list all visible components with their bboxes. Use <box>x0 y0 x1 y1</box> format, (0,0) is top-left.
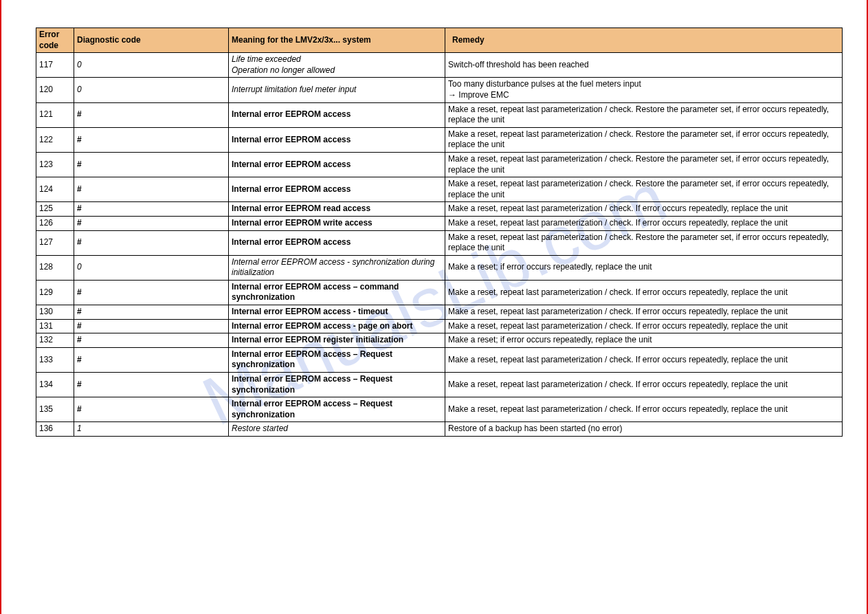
cell-diagnostic-code: # <box>74 202 229 217</box>
table-row: 1361Restore startedRestore of a backup h… <box>36 422 843 437</box>
cell-error-code: 131 <box>36 319 74 333</box>
cell-remedy: Make a reset, repeat last parameterizati… <box>445 397 843 422</box>
cell-diagnostic-code: # <box>74 397 229 422</box>
cell-remedy: Make a reset, repeat last parameterizati… <box>445 230 843 255</box>
header-meaning: Meaning for the LMV2x/3x... system <box>229 28 445 53</box>
cell-diagnostic-code: 1 <box>74 422 229 437</box>
cell-remedy: Make a reset; if error occurs repeatedly… <box>445 333 843 348</box>
cell-meaning: Internal error EEPROM access - timeout <box>229 305 445 320</box>
cell-error-code: 121 <box>36 102 74 127</box>
cell-error-code: 135 <box>36 397 74 422</box>
cell-meaning: Internal error EEPROM access – command s… <box>229 280 445 305</box>
meaning-line: Internal error EEPROM write access <box>232 218 442 229</box>
header-diagnostic-code: Diagnostic code <box>74 28 229 53</box>
cell-meaning: Internal error EEPROM access – Request s… <box>229 397 445 422</box>
cell-error-code: 120 <box>36 78 74 102</box>
cell-error-code: 125 <box>36 202 74 217</box>
meaning-line: Restore started <box>232 424 442 435</box>
cell-diagnostic-code: # <box>74 152 229 177</box>
table-row: 124#Internal error EEPROM accessMake a r… <box>36 177 843 202</box>
cell-remedy: Make a reset, repeat last parameterizati… <box>445 216 843 230</box>
meaning-line: Internal error EEPROM access <box>232 184 442 195</box>
cell-meaning: Life time exceededOperation no longer al… <box>229 53 445 78</box>
cell-meaning: Internal error EEPROM access – Request s… <box>229 347 445 372</box>
table-row: 122#Internal error EEPROM accessMake a r… <box>36 127 843 152</box>
cell-remedy: Make a reset, repeat last parameterizati… <box>445 305 843 320</box>
cell-diagnostic-code: 0 <box>74 255 229 280</box>
header-error-code: Error code <box>36 28 74 53</box>
table-row: 127#Internal error EEPROM accessMake a r… <box>36 230 843 255</box>
table-row: 1170Life time exceededOperation no longe… <box>36 53 843 78</box>
meaning-line: Internal error EEPROM access – Request s… <box>232 374 442 395</box>
cell-meaning: Internal error EEPROM access – Request s… <box>229 373 445 397</box>
header-remedy: Remedy <box>445 28 843 53</box>
cell-meaning: Internal error EEPROM access <box>229 127 445 152</box>
table-row: 1200Interrupt limitation fuel meter inpu… <box>36 78 843 102</box>
meaning-line: Internal error EEPROM access - timeout <box>232 307 442 318</box>
cell-meaning: Internal error EEPROM access <box>229 230 445 255</box>
cell-error-code: 123 <box>36 152 74 177</box>
meaning-line: Interrupt limitation fuel meter input <box>232 85 442 96</box>
cell-error-code: 134 <box>36 373 74 397</box>
cell-meaning: Internal error EEPROM access <box>229 177 445 202</box>
cell-error-code: 129 <box>36 280 74 305</box>
table-header-row: Error code Diagnostic code Meaning for t… <box>36 28 843 53</box>
cell-error-code: 117 <box>36 53 74 78</box>
meaning-line: Internal error EEPROM register initializ… <box>232 335 442 346</box>
cell-error-code: 127 <box>36 230 74 255</box>
cell-error-code: 136 <box>36 422 74 437</box>
table-row: 133#Internal error EEPROM access – Reque… <box>36 347 843 372</box>
cell-diagnostic-code: # <box>74 127 229 152</box>
document-page: ManualsLib.com Error code Diagnostic cod… <box>0 0 868 614</box>
meaning-line: Internal error EEPROM access <box>232 160 442 171</box>
cell-error-code: 130 <box>36 305 74 320</box>
cell-error-code: 122 <box>36 127 74 152</box>
table-row: 131#Internal error EEPROM access - page … <box>36 319 843 333</box>
cell-meaning: Internal error EEPROM access - page on a… <box>229 319 445 333</box>
cell-diagnostic-code: # <box>74 305 229 320</box>
cell-diagnostic-code: # <box>74 333 229 348</box>
table-row: 130#Internal error EEPROM access - timeo… <box>36 305 843 320</box>
meaning-line: Operation no longer allowed <box>232 65 442 76</box>
cell-diagnostic-code: # <box>74 177 229 202</box>
cell-remedy: Make a reset, repeat last parameterizati… <box>445 280 843 305</box>
cell-meaning: Internal error EEPROM access - synchroni… <box>229 255 445 280</box>
table-row: 134#Internal error EEPROM access – Reque… <box>36 373 843 397</box>
cell-meaning: Internal error EEPROM access <box>229 152 445 177</box>
cell-meaning: Internal error EEPROM register initializ… <box>229 333 445 348</box>
table-row: 126#Internal error EEPROM write accessMa… <box>36 216 843 230</box>
meaning-line: Internal error EEPROM access <box>232 109 442 120</box>
error-code-table: Error code Diagnostic code Meaning for t… <box>36 28 843 437</box>
meaning-line: Internal error EEPROM access - synchroni… <box>232 257 442 278</box>
cell-remedy: Restore of a backup has been started (no… <box>445 422 843 437</box>
cell-remedy: Make a reset, repeat last parameterizati… <box>445 347 843 372</box>
cell-remedy: Make a reset, repeat last parameterizati… <box>445 152 843 177</box>
cell-remedy: Make a reset, repeat last parameterizati… <box>445 127 843 152</box>
table-row: 132#Internal error EEPROM register initi… <box>36 333 843 348</box>
meaning-line: Internal error EEPROM read access <box>232 204 442 215</box>
cell-diagnostic-code: 0 <box>74 78 229 102</box>
cell-remedy: Make a reset, repeat last parameterizati… <box>445 177 843 202</box>
cell-error-code: 128 <box>36 255 74 280</box>
cell-remedy: Make a reset, repeat last parameterizati… <box>445 202 843 217</box>
table-row: 123#Internal error EEPROM accessMake a r… <box>36 152 843 177</box>
meaning-line: Internal error EEPROM access – command s… <box>232 282 442 303</box>
cell-meaning: Internal error EEPROM write access <box>229 216 445 230</box>
cell-error-code: 124 <box>36 177 74 202</box>
table-row: 125#Internal error EEPROM read accessMak… <box>36 202 843 217</box>
meaning-line: Internal error EEPROM access <box>232 135 442 146</box>
cell-error-code: 133 <box>36 347 74 372</box>
cell-remedy: Too many disturbance pulses at the fuel … <box>445 78 843 102</box>
meaning-line: Internal error EEPROM access <box>232 237 442 248</box>
meaning-line: Internal error EEPROM access – Request s… <box>232 399 442 420</box>
cell-meaning: Interrupt limitation fuel meter input <box>229 78 445 102</box>
cell-diagnostic-code: # <box>74 319 229 333</box>
cell-remedy: Switch-off threshold has been reached <box>445 53 843 78</box>
table-row: 135#Internal error EEPROM access – Reque… <box>36 397 843 422</box>
cell-remedy: Make a reset, repeat last parameterizati… <box>445 373 843 397</box>
cell-remedy: Make a reset, repeat last parameterizati… <box>445 102 843 127</box>
cell-diagnostic-code: # <box>74 347 229 372</box>
cell-meaning: Restore started <box>229 422 445 437</box>
cell-diagnostic-code: 0 <box>74 53 229 78</box>
cell-remedy: Make a reset, repeat last parameterizati… <box>445 319 843 333</box>
